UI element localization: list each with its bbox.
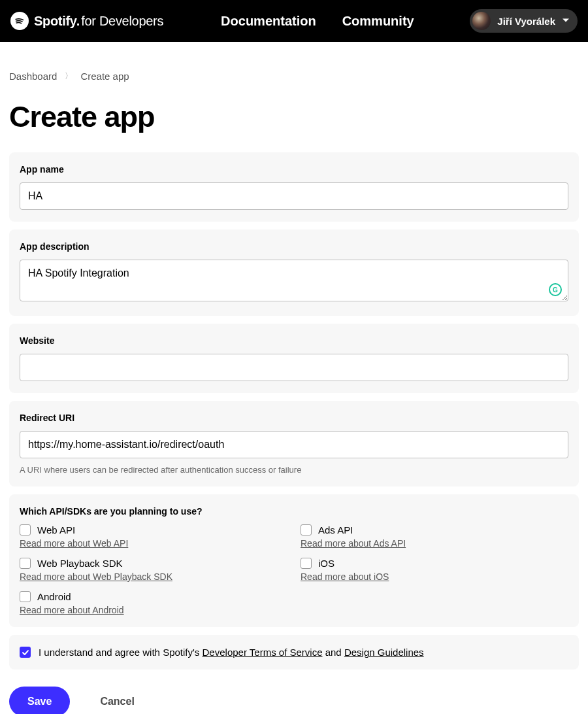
chevron-down-icon (562, 15, 570, 27)
api-link-ios[interactable]: Read more about iOS (301, 571, 568, 582)
breadcrumb: Dashboard 〉 Create app (9, 42, 579, 82)
nav-documentation[interactable]: Documentation (221, 14, 316, 29)
redirect-uri-input[interactable] (20, 431, 568, 458)
redirect-uri-card: Redirect URI A URI where users can be re… (9, 401, 579, 486)
brand-sub: for Developers (81, 14, 163, 29)
website-input[interactable] (20, 354, 568, 381)
link-design-guidelines[interactable]: Design Guidelines (344, 647, 424, 658)
spotify-icon (10, 12, 29, 30)
breadcrumb-root[interactable]: Dashboard (9, 71, 57, 82)
website-card: Website (9, 324, 579, 393)
agreement-card: I understand and agree with Spotify's De… (9, 635, 579, 670)
app-description-label: App description (20, 241, 568, 252)
api-name: Android (37, 591, 71, 602)
grammarly-icon[interactable]: G (549, 283, 562, 296)
checkbox-ads-api[interactable] (301, 524, 312, 536)
checkbox-web-playback-sdk[interactable] (20, 558, 31, 569)
website-label: Website (20, 335, 568, 346)
api-name: iOS (318, 558, 335, 569)
checkbox-web-api[interactable] (20, 524, 31, 536)
nav-community[interactable]: Community (342, 14, 414, 29)
api-link-android[interactable]: Read more about Android (20, 605, 287, 615)
api-item-android: Android Read more about Android (20, 591, 287, 615)
api-item-web-playback-sdk: Web Playback SDK Read more about Web Pla… (20, 558, 287, 582)
api-link-ads-api[interactable]: Read more about Ads API (301, 538, 568, 549)
api-item-ios: iOS Read more about iOS (301, 558, 568, 582)
user-menu[interactable]: Jiří Vyorálek (470, 9, 578, 33)
redirect-uri-hint: A URI where users can be redirected afte… (20, 465, 568, 475)
apis-label: Which API/SDKs are you planning to use? (20, 506, 568, 517)
apis-card: Which API/SDKs are you planning to use? … (9, 494, 579, 627)
link-terms-of-service[interactable]: Developer Terms of Service (203, 647, 323, 658)
api-item-ads-api: Ads API Read more about Ads API (301, 524, 568, 549)
api-name: Ads API (318, 524, 353, 536)
save-button[interactable]: Save (9, 687, 70, 714)
avatar (472, 12, 491, 30)
checkbox-android[interactable] (20, 591, 31, 602)
primary-nav: Documentation Community (221, 14, 414, 29)
app-description-card: App description G (9, 230, 579, 316)
api-link-web-api[interactable]: Read more about Web API (20, 538, 287, 549)
cancel-button[interactable]: Cancel (100, 696, 134, 707)
api-item-web-api: Web API Read more about Web API (20, 524, 287, 549)
checkbox-ios[interactable] (301, 558, 312, 569)
brand-text: Spotify . for Developers (34, 14, 163, 29)
redirect-uri-label: Redirect URI (20, 413, 568, 423)
app-name-card: App name (9, 152, 579, 222)
user-name: Jiří Vyorálek (497, 16, 555, 27)
breadcrumb-current: Create app (80, 71, 129, 82)
app-description-input[interactable] (20, 260, 568, 301)
app-name-label: App name (20, 164, 568, 175)
brand-main: Spotify (34, 14, 77, 29)
brand-logo[interactable]: Spotify . for Developers (10, 12, 163, 30)
agree-text: I understand and agree with Spotify's De… (39, 647, 424, 658)
page-title: Create app (9, 100, 579, 134)
checkbox-agree[interactable] (20, 647, 31, 658)
chevron-right-icon: 〉 (65, 71, 73, 82)
action-row: Save Cancel (9, 687, 579, 714)
top-header: Spotify . for Developers Documentation C… (0, 0, 588, 42)
api-link-web-playback-sdk[interactable]: Read more about Web Playback SDK (20, 571, 287, 582)
api-name: Web Playback SDK (37, 558, 123, 569)
api-name: Web API (37, 524, 75, 536)
app-name-input[interactable] (20, 182, 568, 210)
